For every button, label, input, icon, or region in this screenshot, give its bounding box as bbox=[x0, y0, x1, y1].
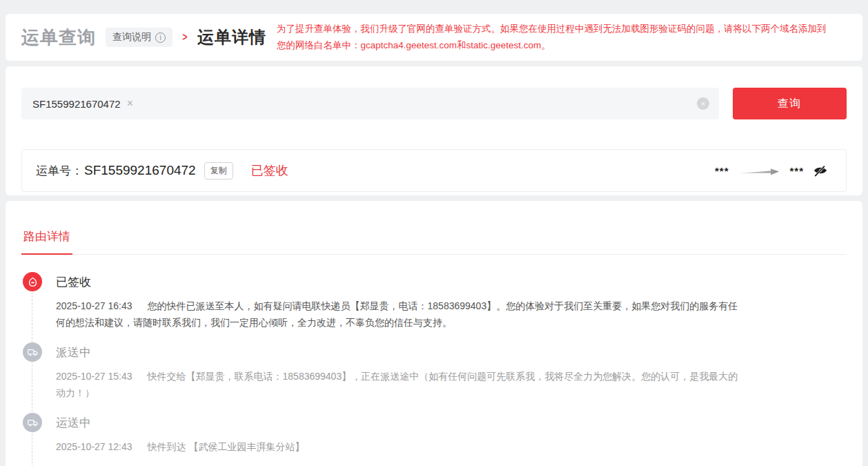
waybill-tag: SF1559921670472 bbox=[32, 98, 121, 110]
timeline-status: 已签收 bbox=[56, 273, 847, 291]
waybill-summary: 运单号： SF1559921670472 复制 已签收 *** *** bbox=[21, 149, 847, 192]
route-card: 路由详情 已签收2025-10-27 16:43您的快件已派送至本人，如有疑问请… bbox=[6, 201, 862, 466]
status-text: 已签收 bbox=[251, 162, 288, 179]
query-help-badge[interactable]: 查询说明 i bbox=[106, 28, 172, 47]
chevron-right-icon: > bbox=[182, 30, 187, 44]
tag-remove-icon[interactable]: × bbox=[127, 98, 133, 109]
timeline-time: 2025-10-27 16:43 bbox=[56, 300, 132, 311]
header-card: 运单查询 查询说明 i > 运单详情 为了提升查单体验，我们升级了官网的查单验证… bbox=[6, 14, 862, 61]
timeline-item: 已签收2025-10-27 16:43您的快件已派送至本人，如有疑问请电联快递员… bbox=[21, 273, 847, 331]
page: 运单查询 查询说明 i > 运单详情 为了提升查单体验，我们升级了官网的查单验证… bbox=[0, 0, 868, 466]
waybill-number: SF1559921670472 bbox=[84, 163, 196, 178]
tab-bar: 路由详情 bbox=[21, 229, 847, 255]
timeline-status: 运送中 bbox=[56, 414, 847, 432]
captcha-notice: 为了提升查单体验，我们升级了官网的查单验证方式。如果您在使用过程中遇到无法加载图… bbox=[277, 21, 832, 53]
page-title: 运单详情 bbox=[197, 26, 266, 48]
eye-off-icon[interactable] bbox=[813, 164, 828, 177]
dest-masked: *** bbox=[789, 165, 804, 177]
origin-masked: *** bbox=[715, 165, 729, 177]
timeline-status: 派送中 bbox=[56, 344, 847, 362]
search-row: SF1559921670472 × × 查询 bbox=[21, 88, 847, 119]
timeline-item: 派送中2025-10-27 15:43快件交给【郑显贵，联系电话：1858369… bbox=[21, 344, 847, 401]
timeline-time: 2025-10-27 15:43 bbox=[56, 371, 132, 382]
copy-button[interactable]: 复制 bbox=[204, 162, 233, 179]
route-mini: *** *** bbox=[715, 164, 828, 177]
waybill-label: 运单号： bbox=[36, 163, 83, 179]
query-button[interactable]: 查询 bbox=[733, 88, 847, 119]
clear-input-icon[interactable]: × bbox=[697, 97, 709, 110]
timeline-desc: 2025-10-27 16:43您的快件已派送至本人，如有疑问请电联快递员【郑显… bbox=[56, 298, 742, 331]
breadcrumb-root: 运单查询 bbox=[21, 26, 96, 50]
timeline-time: 2025-10-27 12:43 bbox=[56, 441, 132, 452]
timeline-desc: 2025-10-27 12:43快件到达 【武侯工业园丰湃集分站】 bbox=[56, 438, 742, 455]
signed-icon bbox=[23, 272, 42, 291]
tab-route-detail[interactable]: 路由详情 bbox=[21, 229, 72, 255]
route-timeline: 已签收2025-10-27 16:43您的快件已派送至本人，如有疑问请电联快递员… bbox=[21, 273, 847, 466]
truck-icon bbox=[23, 342, 42, 362]
info-icon[interactable]: i bbox=[155, 32, 166, 43]
query-help-label: 查询说明 bbox=[112, 31, 151, 43]
timeline-desc: 2025-10-27 15:43快件交给【郑显贵，联系电话：1858369940… bbox=[56, 368, 742, 401]
arrow-right-icon bbox=[738, 165, 780, 176]
search-card: SF1559921670472 × × 查询 运单号： SF1559921670… bbox=[6, 66, 862, 195]
search-input[interactable]: SF1559921670472 × × bbox=[21, 88, 719, 119]
truck-icon bbox=[23, 413, 42, 432]
timeline-item: 运送中2025-10-27 12:43快件到达 【武侯工业园丰湃集分站】 bbox=[21, 414, 847, 455]
